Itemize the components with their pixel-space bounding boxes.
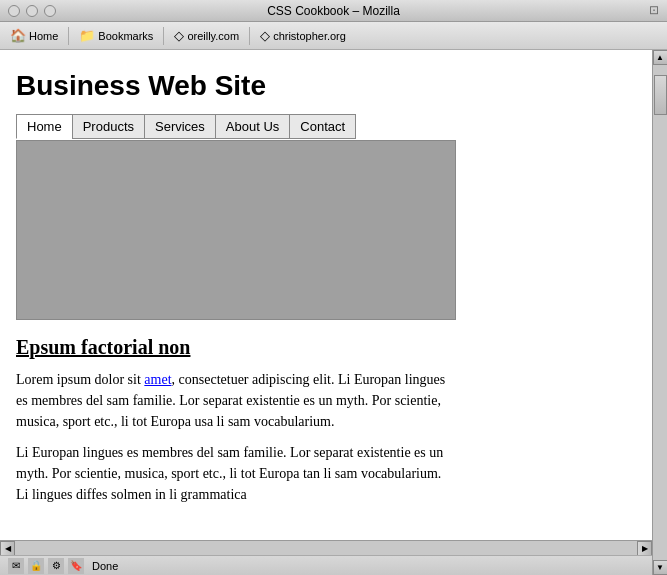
page-title: Business Web Site: [16, 70, 636, 102]
toolbar-divider-2: [163, 27, 164, 45]
scroll-up-button[interactable]: ▲: [653, 50, 668, 65]
toolbar-oreilly-label: oreilly.com: [187, 30, 239, 42]
status-icon-3: ⚙: [48, 558, 64, 574]
nav-about-us[interactable]: About Us: [215, 114, 290, 139]
status-icon-2: 🔒: [28, 558, 44, 574]
nav-services[interactable]: Services: [144, 114, 216, 139]
christopher-icon: ◇: [260, 28, 270, 43]
vertical-scrollbar: ▲ ▼: [652, 50, 667, 575]
status-bar: ✉ 🔒 ⚙ 🔖 Done: [0, 555, 652, 575]
scroll-left-button[interactable]: ◀: [0, 541, 15, 556]
article-heading: Epsum factorial non: [16, 336, 636, 359]
horizontal-scroll-track[interactable]: [15, 541, 637, 555]
browser-window: CSS Cookbook – Mozilla ⊡ 🏠 Home 📁 Bookma…: [0, 0, 667, 575]
hero-image: [16, 140, 456, 320]
toolbar-divider-3: [249, 27, 250, 45]
toolbar-christopher-label: christopher.org: [273, 30, 346, 42]
title-bar: CSS Cookbook – Mozilla ⊡: [0, 0, 667, 22]
maximize-button[interactable]: [44, 5, 56, 17]
toolbar-bookmarks-label: Bookmarks: [98, 30, 153, 42]
toolbar-oreilly[interactable]: ◇ oreilly.com: [170, 26, 243, 45]
vertical-scroll-track[interactable]: [653, 65, 667, 560]
status-icon-1: ✉: [8, 558, 24, 574]
article-para-1: Lorem ipsum dolor sit amet, consectetuer…: [16, 369, 456, 432]
close-button[interactable]: [8, 5, 20, 17]
status-icon-4: 🔖: [68, 558, 84, 574]
toolbar-christopher[interactable]: ◇ christopher.org: [256, 26, 350, 45]
oreilly-icon: ◇: [174, 28, 184, 43]
scroll-right-button[interactable]: ▶: [637, 541, 652, 556]
nav-products[interactable]: Products: [72, 114, 145, 139]
horizontal-scrollbar: ◀ ▶: [0, 540, 652, 555]
window-title: CSS Cookbook – Mozilla: [267, 4, 400, 18]
toolbar-divider-1: [68, 27, 69, 45]
bottom-bar: ◀ ▶ ✉ 🔒 ⚙ 🔖 Done: [0, 540, 652, 575]
toolbar-bookmarks[interactable]: 📁 Bookmarks: [75, 26, 157, 45]
nav-home[interactable]: Home: [16, 114, 73, 139]
article-para-2: Li Europan lingues es membres del sam fa…: [16, 442, 456, 505]
resize-icon: ⊡: [649, 3, 659, 18]
browser-viewport: Business Web Site Home Products Services…: [0, 50, 652, 575]
status-text: Done: [92, 560, 118, 572]
toolbar-home-label: Home: [29, 30, 58, 42]
home-icon: 🏠: [10, 28, 26, 43]
minimize-button[interactable]: [26, 5, 38, 17]
scroll-thumb[interactable]: [654, 75, 667, 115]
amet-link[interactable]: amet: [144, 372, 171, 387]
bookmarks-icon: 📁: [79, 28, 95, 43]
nav-contact[interactable]: Contact: [289, 114, 356, 139]
page-content: Business Web Site Home Products Services…: [0, 50, 652, 540]
para1-before-link: Lorem ipsum dolor sit: [16, 372, 144, 387]
navigation-bar: Home Products Services About Us Contact: [16, 114, 636, 139]
window-buttons: [8, 5, 56, 17]
status-icons: ✉ 🔒 ⚙ 🔖: [8, 558, 84, 574]
toolbar: 🏠 Home 📁 Bookmarks ◇ oreilly.com ◇ chris…: [0, 22, 667, 50]
toolbar-home[interactable]: 🏠 Home: [6, 26, 62, 45]
browser-content-area: Business Web Site Home Products Services…: [0, 50, 667, 575]
scroll-down-button[interactable]: ▼: [653, 560, 668, 575]
